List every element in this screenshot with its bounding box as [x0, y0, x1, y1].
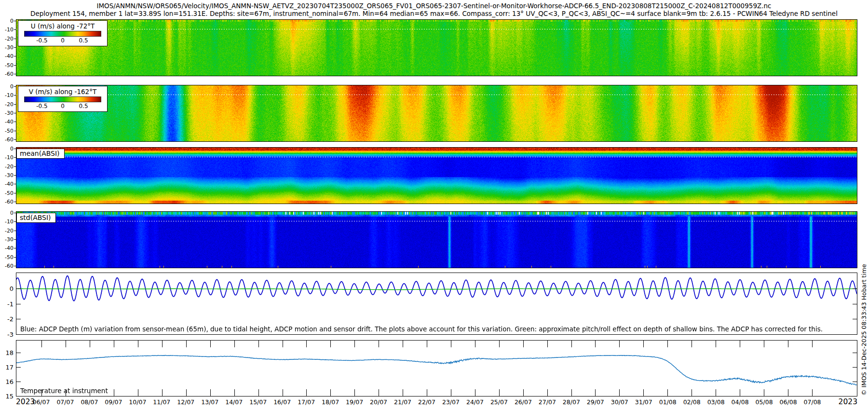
x-tick-label: 19/07 — [346, 398, 363, 406]
y-tick-label: -40 — [0, 119, 14, 124]
y-tick-label: -40 — [0, 181, 14, 187]
y-tick-label: 0 — [0, 286, 14, 292]
x-tick-label: 29/07 — [587, 398, 604, 406]
y-tick-label: -50 — [0, 254, 14, 260]
x-tick-label: 10/07 — [129, 398, 146, 406]
y-tick-mark — [14, 47, 16, 48]
y-tick-label: 16 — [0, 379, 14, 385]
x-tick-label: 22/07 — [418, 398, 435, 406]
v-legend-label: V (m/s) along -162°T — [21, 88, 104, 96]
y-tick-label: -50 — [0, 128, 14, 133]
y-tick-mark — [14, 95, 16, 96]
std-absi-label: std(ABSI) — [16, 213, 56, 223]
y-tick-mark — [14, 131, 16, 131]
temperature-label: Temperature at instrument — [20, 387, 108, 395]
y-tick-mark — [14, 231, 16, 231]
x-tick-label: 08/07 — [81, 398, 98, 406]
y-tick-label: 17 — [0, 364, 14, 370]
panel-v-velocity: V (m/s) along -162°T -0.5 0 0.5 0-10-20-… — [16, 85, 857, 142]
colorbar-tick: 0 — [61, 37, 65, 44]
x-tick-label: 31/07 — [635, 398, 652, 406]
temperature-lineplot — [16, 341, 857, 396]
y-tick-label: -10 — [0, 93, 14, 98]
y-tick-mark — [14, 139, 16, 140]
u-colorbar — [24, 31, 101, 37]
v-colorbar-ticks: -0.5 0 0.5 — [21, 103, 104, 109]
v-colorbar — [24, 96, 101, 102]
y-tick-mark — [14, 56, 16, 56]
y-tick-mark — [14, 122, 16, 122]
y-tick-label: -60 — [0, 137, 14, 142]
x-tick-label: 15/07 — [249, 398, 267, 406]
y-tick-label: -10 — [0, 155, 14, 160]
x-tick-label: 03/08 — [707, 398, 725, 406]
panel-temperature: Temperature at instrument 18171615 — [16, 340, 857, 396]
y-tick-mark — [14, 248, 16, 248]
y-tick-label: -10 — [0, 27, 14, 32]
y-tick-label: -30 — [0, 237, 14, 242]
x-tick-label: 16/07 — [273, 398, 291, 406]
panel-u-velocity: U (m/s) along -72°T -0.5 0 0.5 0-10-20-3… — [16, 19, 857, 76]
x-tick-label: 27/07 — [539, 398, 556, 406]
colorbar-tick: 0.5 — [79, 103, 88, 109]
y-tick-label: -2 — [0, 316, 14, 322]
x-tick-label: 05/08 — [756, 398, 773, 406]
x-tick-label: 07/08 — [804, 398, 821, 406]
x-tick-label: 25/07 — [490, 398, 508, 406]
y-tick-label: -50 — [0, 190, 14, 195]
y-tick-label: -3 — [0, 331, 14, 337]
panel-std-absi: std(ABSI) 0-10-20-30-40-50-60 — [16, 211, 857, 268]
x-tick-label: 11/07 — [153, 398, 170, 406]
y-tick-label: 0 — [0, 146, 14, 151]
u-velocity-heatmap — [16, 20, 857, 76]
u-legend-label: U (m/s) along -72°T — [21, 22, 104, 30]
x-tick-label: 06/07 — [32, 398, 50, 406]
x-tick-label: 23/07 — [442, 398, 460, 406]
y-tick-label: 0 — [0, 84, 14, 89]
colorbar-tick: 0.5 — [79, 37, 88, 44]
y-tick-label: -10 — [0, 219, 14, 224]
x-tick-label: 01/08 — [659, 398, 677, 406]
y-tick-mark — [14, 74, 16, 74]
depth-annotation: Blue: ADCP Depth (m) variation from sens… — [20, 325, 823, 333]
u-colorbar-ticks: -0.5 0 0.5 — [21, 37, 104, 44]
x-axis: 2023 2023 06/0707/0708/0709/0710/0711/07… — [0, 397, 868, 407]
v-velocity-heatmap — [16, 85, 857, 141]
x-tick-label: 02/08 — [683, 398, 701, 406]
x-tick-label: 28/07 — [563, 398, 580, 406]
figure-title-line1: IMOS/ANMN/NSW/ORS065/Velocity/IMOS_ANMN-… — [0, 2, 868, 10]
panel-adcp-depth: Blue: ADCP Depth (m) variation from sens… — [16, 273, 857, 335]
y-tick-label: -60 — [0, 71, 14, 77]
y-tick-mark — [14, 21, 16, 21]
x-tick-label: 24/07 — [466, 398, 484, 406]
y-tick-label: -30 — [0, 110, 14, 116]
x-tick-label: 17/07 — [298, 398, 315, 406]
y-tick-mark — [14, 104, 16, 105]
x-tick-label: 20/07 — [370, 398, 387, 406]
x-tick-label: 30/07 — [611, 398, 628, 406]
x-tick-label: 09/07 — [105, 398, 122, 406]
figure-title-line2: Deployment 154, member 1 lat=33.89S lon=… — [0, 10, 868, 17]
y-tick-label: -50 — [0, 62, 14, 68]
x-tick-label: 26/07 — [515, 398, 532, 406]
y-tick-mark — [14, 257, 16, 258]
y-tick-label: 0 — [0, 18, 14, 24]
x-tick-label: 21/07 — [394, 398, 411, 406]
y-tick-mark — [14, 65, 16, 66]
x-tick-label: 13/07 — [201, 398, 218, 406]
x-tick-label: 06/08 — [780, 398, 797, 406]
y-tick-label: -40 — [0, 54, 14, 59]
colorbar-tick: 0 — [61, 103, 65, 109]
mean-absi-label: mean(ABSI) — [16, 149, 65, 159]
std-absi-heatmap — [16, 212, 857, 268]
y-tick-label: -40 — [0, 246, 14, 251]
y-tick-label: -20 — [0, 164, 14, 169]
y-tick-mark — [14, 86, 16, 87]
y-tick-label: -20 — [0, 101, 14, 107]
y-tick-label: -30 — [0, 173, 14, 178]
x-tick-label: 18/07 — [322, 398, 339, 406]
v-colorbar-legend: V (m/s) along -162°T -0.5 0 0.5 — [18, 86, 108, 112]
y-tick-mark — [14, 166, 16, 167]
x-tick-label: 04/08 — [732, 398, 749, 406]
y-tick-mark — [14, 266, 16, 266]
